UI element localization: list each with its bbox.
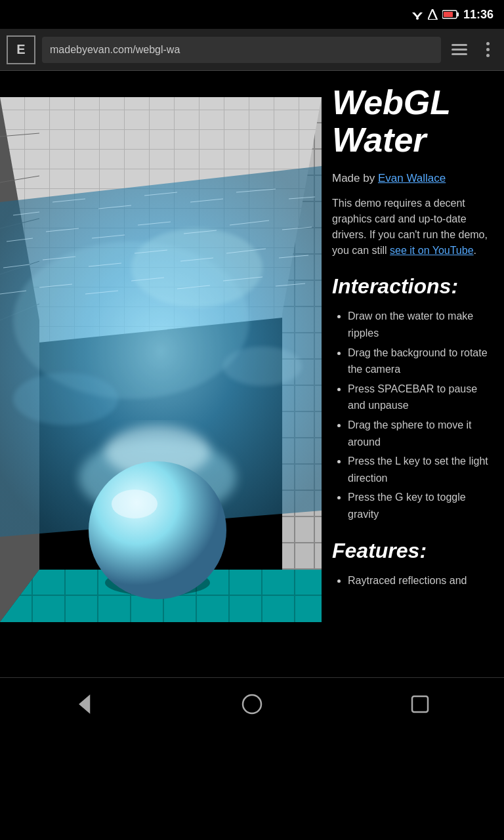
status-time: 11:36 xyxy=(463,8,494,22)
made-by-text: Made by Evan Wallace xyxy=(332,172,494,185)
browser-logo: E xyxy=(7,35,35,64)
author-link[interactable]: Evan Wallace xyxy=(378,172,446,184)
svg-point-31 xyxy=(223,346,302,386)
signal-icon xyxy=(428,9,438,20)
list-item: Press the G key to toggle gravity xyxy=(348,489,494,522)
status-icons: 11:36 xyxy=(411,8,494,22)
list-item: Press the L key to set the light directi… xyxy=(348,453,494,486)
features-section: Features: Raytraced reflections and xyxy=(332,539,494,589)
info-panel: WebGL Water Made by Evan Wallace This de… xyxy=(322,71,504,677)
wifi-icon xyxy=(411,9,424,20)
back-button[interactable] xyxy=(64,684,104,724)
features-list: Raytraced reflections and xyxy=(332,572,494,589)
svg-point-30 xyxy=(13,373,118,425)
svg-point-64 xyxy=(89,461,226,599)
list-item: Raytraced reflections and xyxy=(348,572,494,589)
svg-line-4 xyxy=(432,9,437,20)
description-text: This demo requires a decent graphics car… xyxy=(332,196,494,259)
svg-point-29 xyxy=(131,228,262,307)
interactions-title: Interactions: xyxy=(332,274,494,299)
list-item: Press SPACEBAR to pause and unpause xyxy=(348,381,494,414)
battery-icon xyxy=(442,10,459,19)
pool-scene-svg xyxy=(0,71,322,675)
recents-button[interactable] xyxy=(400,684,440,724)
svg-point-65 xyxy=(112,490,158,518)
content-area: WebGL Water Made by Evan Wallace This de… xyxy=(0,71,504,677)
svg-point-2 xyxy=(416,17,419,20)
browser-url-bar[interactable]: madebyevan.com/webgl-wa xyxy=(42,37,441,63)
svg-rect-6 xyxy=(457,12,459,16)
youtube-link[interactable]: see it on YouTube xyxy=(390,245,474,256)
nav-bar xyxy=(0,677,504,730)
interactions-list: Draw on the water to make ripples Drag t… xyxy=(332,308,494,522)
browser-menu-button[interactable] xyxy=(478,38,497,62)
list-item: Drag the sphere to move it around xyxy=(348,417,494,450)
webgl-canvas[interactable] xyxy=(0,71,322,677)
features-title: Features: xyxy=(332,539,494,563)
status-bar: 11:36 xyxy=(0,0,504,29)
svg-rect-7 xyxy=(444,12,453,17)
home-button[interactable] xyxy=(232,684,272,724)
page-title: WebGL Water xyxy=(332,84,494,159)
svg-marker-66 xyxy=(80,696,89,712)
svg-point-67 xyxy=(243,695,261,713)
svg-rect-68 xyxy=(412,696,428,712)
browser-bar: E madebyevan.com/webgl-wa xyxy=(0,29,504,71)
list-item: Draw on the water to make ripples xyxy=(348,308,494,341)
browser-tabs-button[interactable] xyxy=(448,38,471,62)
list-item: Drag the background to rotate the camera xyxy=(348,345,494,378)
